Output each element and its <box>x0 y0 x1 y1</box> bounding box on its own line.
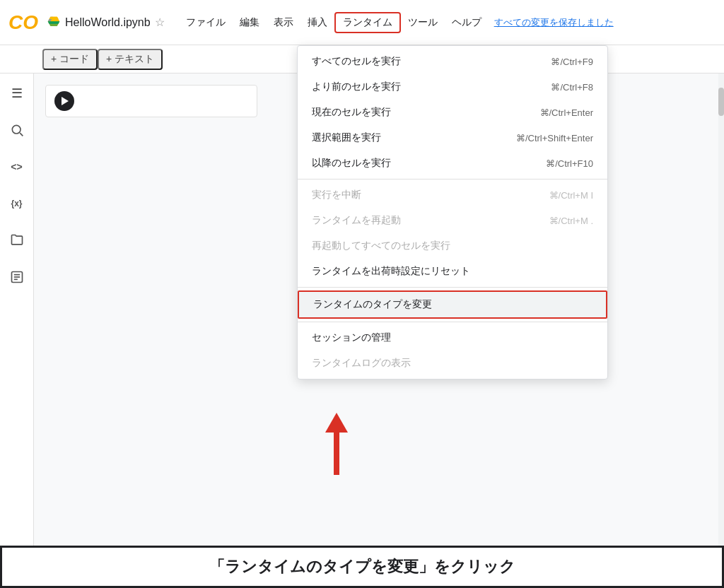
menu-interrupt-label: 実行を中断 <box>312 189 361 201</box>
menu-run-selection-label: 選択範囲を実行 <box>312 131 381 144</box>
menu-restart-label: ランタイムを再起動 <box>312 214 401 227</box>
menu-restart-all-label: 再起動してすべてのセルを実行 <box>312 240 450 252</box>
menu-run-selection[interactable]: 選択範囲を実行 ⌘/Ctrl+Shift+Enter <box>298 125 607 151</box>
menu-restart-shortcut: ⌘/Ctrl+M . <box>549 216 593 226</box>
menu-run-current-shortcut: ⌘/Ctrl+Enter <box>540 107 594 118</box>
menu-restart: ランタイムを再起動 ⌘/Ctrl+M . <box>298 208 607 233</box>
menu-run-before-label: より前のセルを実行 <box>312 81 401 93</box>
menu-edit[interactable]: 編集 <box>233 13 267 32</box>
colab-logo: CO <box>8 13 38 33</box>
menu-manage-sessions[interactable]: セッションの管理 <box>298 325 607 351</box>
star-icon[interactable]: ☆ <box>155 16 165 29</box>
sidebar-variables-icon[interactable]: {x} <box>6 192 28 215</box>
menu-run-before[interactable]: より前のセルを実行 ⌘/Ctrl+F8 <box>298 74 607 100</box>
add-code-button[interactable]: + コード <box>42 49 98 70</box>
menu-runtime[interactable]: ランタイム <box>334 12 401 33</box>
menu-restart-all: 再起動してすべてのセルを実行 <box>298 233 607 259</box>
drive-icon <box>47 16 61 30</box>
sidebar: ☰ <> {x} <box>0 74 34 546</box>
svg-line-1 <box>20 133 23 136</box>
menu-manage-sessions-label: セッションの管理 <box>312 331 391 344</box>
sidebar-search-icon[interactable] <box>6 119 28 141</box>
menu-run-current[interactable]: 現在のセルを実行 ⌘/Ctrl+Enter <box>298 100 607 125</box>
filename: HelloWorld.ipynb <box>65 16 151 29</box>
menu-run-selection-shortcut: ⌘/Ctrl+Shift+Enter <box>516 133 593 143</box>
arrow-up-icon <box>325 413 348 433</box>
arrow-annotation <box>325 413 348 475</box>
header: CO HelloWorld.ipynb ☆ ファイル 編集 表示 挿入 ランタイ… <box>0 0 724 45</box>
run-cell-button[interactable] <box>54 91 74 111</box>
menu-help[interactable]: ヘルプ <box>445 13 489 32</box>
menu-reset[interactable]: ランタイムを出荷時設定にリセット <box>298 259 607 284</box>
menu-view[interactable]: 表示 <box>267 13 300 32</box>
menu-file[interactable]: ファイル <box>179 13 233 32</box>
menu-change-runtime-type-label: ランタイムのタイプを変更 <box>313 298 432 311</box>
save-status[interactable]: すべての変更を保存しました <box>494 16 614 29</box>
sidebar-history-icon[interactable] <box>6 266 28 288</box>
sidebar-code-icon[interactable]: <> <box>6 155 28 178</box>
caption-text: 「ランタイムのタイプを変更」をクリック <box>209 556 515 577</box>
menu-run-current-label: 現在のセルを実行 <box>312 106 391 119</box>
sidebar-files-icon[interactable] <box>6 229 28 252</box>
menu-run-all[interactable]: すべてのセルを実行 ⌘/Ctrl+F9 <box>298 49 607 74</box>
menu-interrupt-shortcut: ⌘/Ctrl+M I <box>549 190 593 201</box>
menu-reset-label: ランタイムを出荷時設定にリセット <box>312 265 470 278</box>
arrow-body <box>334 433 339 475</box>
bottom-caption: 「ランタイムのタイプを変更」をクリック <box>0 546 724 588</box>
menu-run-after-shortcut: ⌘/Ctrl+F10 <box>546 158 593 169</box>
menu-change-runtime-type[interactable]: ランタイムのタイプを変更 <box>298 290 607 319</box>
menu-view-logs: ランタイムログの表示 <box>298 351 607 376</box>
menu-interrupt: 実行を中断 ⌘/Ctrl+M I <box>298 182 607 208</box>
scrollbar-thumb[interactable] <box>718 88 724 116</box>
menu-run-before-shortcut: ⌘/Ctrl+F8 <box>551 82 593 93</box>
menu-bar: ファイル 編集 表示 挿入 ランタイム ツール ヘルプ すべての変更を保存しまし… <box>179 12 614 33</box>
menu-view-logs-label: ランタイムログの表示 <box>312 357 411 370</box>
add-text-button[interactable]: + テキスト <box>98 49 163 70</box>
menu-tools[interactable]: ツール <box>401 13 445 32</box>
menu-insert[interactable]: 挿入 <box>300 13 334 32</box>
svg-point-0 <box>12 125 21 134</box>
divider-3 <box>298 322 607 322</box>
menu-run-all-shortcut: ⌘/Ctrl+F9 <box>551 57 593 67</box>
divider-1 <box>298 179 607 180</box>
code-cell <box>45 85 257 117</box>
file-info: HelloWorld.ipynb ☆ <box>47 16 165 30</box>
menu-run-after[interactable]: 以降のセルを実行 ⌘/Ctrl+F10 <box>298 151 607 176</box>
menu-run-after-label: 以降のセルを実行 <box>312 157 391 170</box>
sidebar-menu-icon[interactable]: ☰ <box>6 82 28 105</box>
divider-2 <box>298 287 607 288</box>
runtime-dropdown-menu: すべてのセルを実行 ⌘/Ctrl+F9 より前のセルを実行 ⌘/Ctrl+F8 … <box>297 45 608 380</box>
menu-run-all-label: すべてのセルを実行 <box>312 55 401 68</box>
scrollbar[interactable] <box>718 74 724 546</box>
